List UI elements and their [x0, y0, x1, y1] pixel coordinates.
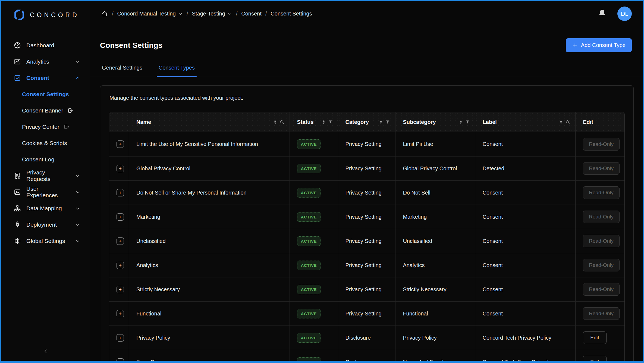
column-header-expand: [109, 112, 129, 132]
sort-icon[interactable]: [458, 120, 463, 125]
filter-icon[interactable]: [465, 120, 470, 125]
search-icon[interactable]: [565, 120, 570, 125]
breadcrumb-label: Concord Manual Testing: [117, 11, 176, 17]
cell-name: Analytics: [129, 253, 290, 277]
edit-button[interactable]: Edit: [583, 356, 607, 361]
sidebar-collapse-button[interactable]: [40, 345, 52, 357]
expand-row-button[interactable]: +: [117, 189, 124, 196]
read-only-button: Read-Only: [583, 186, 620, 199]
sort-icon[interactable]: [378, 120, 384, 125]
sidebar-subitem-label: Consent Log: [22, 156, 54, 163]
cell-name: Limit the Use of My Sensitive Personal I…: [129, 132, 290, 156]
cell-subcategory: Limit Pii Use: [395, 132, 475, 156]
expand-row-button[interactable]: +: [117, 310, 124, 317]
expand-row-button[interactable]: +: [117, 140, 124, 148]
cell-label: Concord Tech Form Submit: [475, 350, 576, 361]
column-label: Name: [136, 119, 151, 125]
expand-row-button[interactable]: +: [117, 286, 124, 293]
brand-logo[interactable]: CONCORD: [1, 1, 90, 29]
sidebar-subitem-consent-settings[interactable]: Consent Settings: [1, 86, 90, 102]
chevron-down-icon: [75, 222, 80, 227]
cell-edit: Read-Only: [576, 132, 624, 156]
sidebar-item-dashboard[interactable]: Dashboard: [1, 37, 90, 54]
breadcrumb-item-consent-settings[interactable]: Consent Settings: [271, 11, 312, 17]
table-row-privacy-policy: +Privacy PolicyACTIVEDisclosurePrivacy P…: [109, 326, 624, 350]
cell-category: Privacy Setting: [338, 205, 396, 229]
breadcrumb-item-concord-manual-testing[interactable]: Concord Manual Testing: [117, 11, 183, 17]
breadcrumb-home[interactable]: [101, 10, 108, 17]
sidebar-item-analytics[interactable]: Analytics: [1, 54, 90, 70]
column-header-label: Label: [475, 112, 576, 132]
expand-row-button[interactable]: +: [117, 358, 124, 361]
status-badge: ACTIVE: [297, 188, 321, 198]
expand-row-button[interactable]: +: [117, 262, 124, 269]
chevron-down-icon: [75, 206, 80, 211]
cell-status: ACTIVE: [290, 205, 338, 229]
cell-status: ACTIVE: [290, 132, 338, 156]
status-badge: ACTIVE: [297, 236, 321, 246]
cell-subcategory: Marketing: [395, 205, 475, 229]
sidebar-subitem-consent-banner[interactable]: Consent Banner: [1, 102, 90, 119]
user-avatar[interactable]: DL: [617, 7, 632, 21]
cell-name: Privacy Policy: [129, 326, 290, 350]
concord-logo-icon: [13, 9, 25, 21]
table-row-marketing: +MarketingACTIVEPrivacy SettingMarketing…: [109, 205, 624, 229]
page-content: Consent Settings Add Consent Type Genera…: [90, 26, 643, 361]
plus-icon: [572, 42, 578, 48]
read-only-button: Read-Only: [583, 283, 620, 296]
sidebar-subitem-privacy-center[interactable]: Privacy Center: [1, 119, 90, 135]
sidebar-subitem-label: Consent Settings: [22, 91, 69, 98]
breadcrumb-label: Stage-Testing: [192, 11, 225, 17]
sidebar-item-user-experiences[interactable]: User Experiences: [1, 184, 90, 200]
filter-icon[interactable]: [385, 120, 390, 125]
sidebar-subitem-label: Privacy Center: [22, 124, 59, 130]
cell-category: Privacy Setting: [338, 229, 396, 253]
breadcrumb-separator: /: [265, 11, 267, 17]
sidebar-item-deployment[interactable]: Deployment: [1, 217, 90, 233]
column-header-name: Name: [129, 112, 290, 132]
tab-general-settings[interactable]: General Settings: [100, 65, 144, 77]
read-only-button: Read-Only: [583, 138, 620, 151]
breadcrumb-item-consent[interactable]: Consent: [241, 11, 262, 17]
sidebar-subitem-consent-log[interactable]: Consent Log: [1, 151, 90, 168]
expand-row-button[interactable]: +: [117, 165, 124, 172]
sort-icon[interactable]: [321, 120, 326, 125]
external-link-icon: [67, 107, 74, 114]
search-icon[interactable]: [279, 120, 285, 125]
tab-consent-types[interactable]: Consent Types: [157, 65, 197, 77]
read-only-button: Read-Only: [583, 307, 620, 320]
chevron-down-icon: [227, 11, 232, 16]
sidebar-item-data-mapping[interactable]: Data Mapping: [1, 200, 90, 217]
add-consent-type-button[interactable]: Add Consent Type: [566, 38, 632, 52]
cell-name: Functional: [129, 301, 290, 326]
sidebar-item-label: Global Settings: [26, 238, 65, 244]
cell-subcategory: Functional: [395, 301, 475, 326]
cell-category: Privacy Setting: [338, 132, 396, 156]
expand-row-button[interactable]: +: [117, 237, 124, 245]
cell-subcategory: Privacy Policy: [395, 326, 475, 350]
notifications-bell-icon[interactable]: [598, 9, 607, 18]
cell-edit: Read-Only: [576, 229, 624, 253]
cell-subcategory: Unclassified: [395, 229, 475, 253]
status-badge: ACTIVE: [297, 309, 321, 318]
edit-button[interactable]: Edit: [583, 331, 607, 344]
sidebar-subitem-cookies-scripts[interactable]: Cookies & Scripts: [1, 135, 90, 151]
status-badge: ACTIVE: [297, 164, 321, 173]
breadcrumb-item-stage-testing[interactable]: Stage-Testing: [192, 11, 232, 17]
filter-icon[interactable]: [328, 120, 333, 125]
sidebar-item-privacy-requests[interactable]: Privacy Requests: [1, 168, 90, 184]
sidebar-item-global-settings[interactable]: Global Settings: [1, 233, 90, 249]
cell-name: Strictly Necessary: [129, 277, 290, 301]
sort-icon[interactable]: [273, 120, 278, 125]
expand-row-button[interactable]: +: [117, 213, 124, 221]
cell-category: Privacy Setting: [338, 301, 396, 326]
cell-edit: Read-Only: [576, 253, 624, 277]
sort-icon[interactable]: [558, 120, 564, 125]
cell-category: Disclosure: [338, 326, 396, 350]
cell-category: Privacy Setting: [338, 180, 396, 205]
status-badge: ACTIVE: [297, 333, 321, 343]
cell-name: Marketing: [129, 205, 290, 229]
sidebar-item-consent[interactable]: Consent: [1, 70, 90, 86]
expand-row-button[interactable]: +: [117, 334, 124, 342]
concord-logo: [13, 9, 25, 21]
